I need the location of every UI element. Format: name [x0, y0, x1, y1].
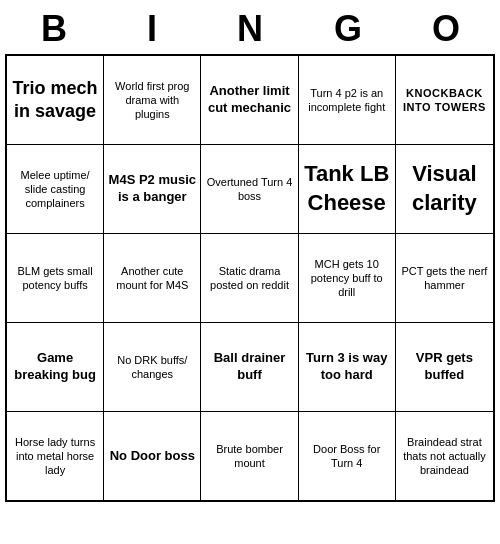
- bingo-cell: Braindead strat thats not actually brain…: [396, 412, 493, 500]
- bingo-cell: Overtuned Turn 4 boss: [201, 145, 298, 233]
- bingo-row: Horse lady turns into metal horse ladyNo…: [7, 412, 493, 500]
- bingo-cell: M4S P2 music is a banger: [104, 145, 201, 233]
- bingo-cell: Static drama posted on reddit: [201, 234, 298, 322]
- bingo-cell: PCT gets the nerf hammer: [396, 234, 493, 322]
- bingo-cell: World first prog drama with plugins: [104, 56, 201, 144]
- bingo-letter: N: [205, 8, 295, 50]
- bingo-cell: MCH gets 10 potency buff to drill: [299, 234, 396, 322]
- bingo-cell: Tank LB Cheese: [299, 145, 396, 233]
- bingo-letter: G: [303, 8, 393, 50]
- bingo-row: Melee uptime/ slide casting complainersM…: [7, 145, 493, 234]
- bingo-cell: Another limit cut mechanic: [201, 56, 298, 144]
- bingo-cell: Door Boss for Turn 4: [299, 412, 396, 500]
- bingo-cell: No DRK buffs/ changes: [104, 323, 201, 411]
- bingo-cell: Turn 4 p2 is an incomplete fight: [299, 56, 396, 144]
- bingo-cell: Turn 3 is way too hard: [299, 323, 396, 411]
- bingo-row: BLM gets small potency buffsAnother cute…: [7, 234, 493, 323]
- bingo-cell: VPR gets buffed: [396, 323, 493, 411]
- bingo-title: BINGO: [5, 0, 495, 54]
- bingo-cell: BLM gets small potency buffs: [7, 234, 104, 322]
- bingo-cell: No Door boss: [104, 412, 201, 500]
- bingo-cell: Melee uptime/ slide casting complainers: [7, 145, 104, 233]
- bingo-cell: Horse lady turns into metal horse lady: [7, 412, 104, 500]
- bingo-letter: I: [107, 8, 197, 50]
- bingo-cell: Ball drainer buff: [201, 323, 298, 411]
- bingo-cell: Trio mech in savage: [7, 56, 104, 144]
- bingo-cell: Another cute mount for M4S: [104, 234, 201, 322]
- bingo-cell: Visual clarity: [396, 145, 493, 233]
- bingo-row: Trio mech in savageWorld first prog dram…: [7, 56, 493, 145]
- bingo-cell: Game breaking bug: [7, 323, 104, 411]
- bingo-cell: Brute bomber mount: [201, 412, 298, 500]
- bingo-letter: B: [9, 8, 99, 50]
- bingo-row: Game breaking bugNo DRK buffs/ changesBa…: [7, 323, 493, 412]
- bingo-grid: Trio mech in savageWorld first prog dram…: [5, 54, 495, 502]
- bingo-letter: O: [401, 8, 491, 50]
- bingo-cell: KNOCKBACK INTO TOWERS: [396, 56, 493, 144]
